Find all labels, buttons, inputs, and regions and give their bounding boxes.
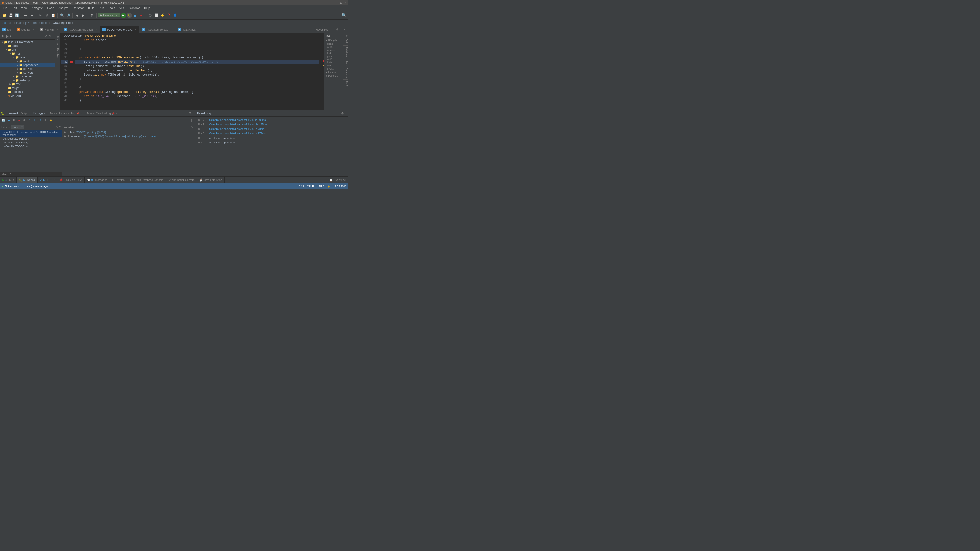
tab-debugger[interactable]: Debugger — [32, 111, 47, 116]
breadcrumb-main[interactable]: main — [16, 21, 22, 25]
tree-item-idea[interactable]: ▶ 📁 .idea — [0, 44, 55, 48]
debug-more-btn[interactable]: ⋮ — [189, 118, 194, 123]
resume-btn[interactable]: ▶ — [6, 118, 11, 123]
toolbar-build-tasks[interactable]: ⚙ — [89, 13, 95, 18]
tab-output[interactable]: Output — [19, 111, 30, 116]
tab-todoservice[interactable]: J TODOService.java ✕ — [139, 26, 175, 33]
graph-db-tab[interactable]: Graph Database — [343, 59, 348, 79]
tab-todo[interactable]: J TODO.java ✕ — [175, 26, 203, 33]
toolbar-copy[interactable]: ⎘ — [44, 13, 50, 18]
breadcrumb-file[interactable]: TODORepository — [51, 21, 73, 25]
tab-todo-close[interactable]: ✕ — [198, 28, 200, 31]
bottom-tab-java-enterprise[interactable]: ☕ Java Enterprise — [197, 176, 224, 183]
tab-tomcat-catalina-pin[interactable]: 📌 — [112, 113, 115, 115]
frame-row-2[interactable]: getUsersTodoList:13,... — [0, 141, 62, 144]
debug-minimize-icon[interactable]: _ — [192, 112, 194, 115]
sidebar-layout-icon[interactable]: ⊞ — [49, 35, 51, 38]
maven-deploy[interactable]: depl... — [325, 67, 342, 70]
tree-item-main[interactable]: ▼ 📁 main — [0, 52, 55, 56]
debug-settings-icon[interactable]: ⚙ — [189, 112, 191, 115]
status-position[interactable]: 32:1 — [299, 185, 304, 188]
frame-row-1[interactable]: getTodos:22, TODOR... — [0, 137, 62, 141]
tab-test[interactable]: J test — [0, 26, 14, 33]
tree-item-tododata[interactable]: ▶ 📁 tododata — [0, 90, 55, 94]
step-out-btn[interactable]: ⬆ — [38, 118, 43, 123]
bottom-tab-messages[interactable]: 💬 0 : Messages — [85, 176, 110, 183]
toolbar-redo[interactable]: ↪ — [29, 13, 35, 18]
status-linesep[interactable]: CRLF — [307, 185, 314, 188]
maven-validate[interactable]: valid... — [325, 45, 342, 49]
tab-tomcat-local[interactable]: Tomcat Localhost Log 📌 ✕ — [48, 111, 84, 116]
maven-compile[interactable]: compi... — [325, 49, 342, 52]
menu-vcs[interactable]: VCS — [118, 6, 127, 10]
menu-view[interactable]: View — [19, 6, 29, 10]
tree-item-test[interactable]: ▼ 📁 test C:\Projects\test — [0, 40, 55, 44]
menu-analyze[interactable]: Analyze — [56, 6, 71, 10]
tab-tomcat-catalina[interactable]: Tomcat Catalina Log 📌 ✕ — [85, 111, 119, 116]
pause-btn[interactable]: ⏸ — [11, 118, 16, 123]
tab-todorepository-close[interactable]: ✕ — [135, 28, 137, 31]
menu-navigate[interactable]: Navigate — [30, 6, 45, 10]
toolbar-help[interactable]: ❓ — [166, 13, 172, 18]
minimize-btn[interactable]: ─ — [336, 1, 339, 4]
sidebar-settings-icon[interactable]: ⚙ — [45, 35, 48, 38]
frame-settings[interactable]: ⚙ — [56, 125, 59, 129]
toolbar-user[interactable]: 👤 — [172, 13, 178, 18]
var-expand-this[interactable]: ▶ — [64, 130, 66, 134]
log-msg-1[interactable]: Compilation completed successfully in 11… — [209, 123, 267, 126]
menu-tools[interactable]: Tools — [107, 6, 117, 10]
var-row-this[interactable]: ▶ this = {TODORepository@3091} — [62, 130, 195, 134]
debug-button[interactable]: 🐛 — [127, 13, 132, 18]
editor-bc-class[interactable]: TODORepository — [62, 34, 82, 37]
step-into-btn[interactable]: ⬇ — [33, 118, 37, 123]
maven-dependencies[interactable]: ▶Depend... — [325, 74, 342, 78]
tab-todorepository[interactable]: J TODORepository.java ✕ — [100, 26, 140, 33]
toolbar-find2[interactable]: 🔎 — [65, 13, 71, 18]
tab-tomcat-local-pin[interactable]: 📌 — [76, 113, 79, 115]
toolbar-search-everywhere[interactable]: 🔍 — [341, 13, 347, 18]
menu-code[interactable]: Code — [45, 6, 56, 10]
log-msg-0[interactable]: Compilation completed successfully in 4s… — [209, 118, 266, 121]
tab-todojsp[interactable]: J todo.jsp ✕ — [14, 26, 38, 33]
database-tab[interactable]: Database — [343, 46, 348, 59]
toolbar-forward[interactable]: ▶ — [80, 13, 86, 18]
run-button[interactable]: ▶ — [121, 13, 126, 18]
toolbar-more2[interactable]: ⬜ — [154, 13, 159, 18]
structure-icon[interactable]: Structure — [56, 34, 59, 47]
event-log-minimize[interactable]: _ — [345, 112, 347, 115]
frame-row-3[interactable]: doGet:19, TODOCont... — [0, 144, 62, 148]
breadcrumb-test[interactable]: test — [2, 21, 6, 25]
editor-bc-method[interactable]: extractTODOFromScanner() — [85, 34, 118, 37]
tree-item-src[interactable]: ▼ 📁 src — [0, 48, 55, 52]
log-msg-3[interactable]: Compilation completed successfully in 1s… — [209, 132, 266, 135]
tab-tomcat-local-close[interactable]: ✕ — [80, 113, 82, 115]
tab-panel-close[interactable]: ✕ — [341, 26, 348, 33]
var-view-scanner[interactable]: View — [151, 135, 156, 138]
frame-row-0[interactable]: extractTODOFromScanner:32, TODORepositor… — [0, 130, 62, 137]
toolbar-back[interactable]: ◀ — [74, 13, 80, 18]
restart-btn[interactable]: 🔄 — [1, 118, 6, 123]
evaluate-btn[interactable]: ⚡ — [48, 118, 53, 123]
maven-package[interactable]: pack... — [325, 55, 342, 58]
bottom-tab-app-servers[interactable]: ⚙ Application Servers — [166, 176, 197, 183]
bottom-tab-debug[interactable]: 🐛 5 : Debug — [16, 176, 38, 183]
menu-edit[interactable]: Edit — [10, 6, 19, 10]
favorites-icon[interactable]: Favorites — [56, 47, 59, 59]
tree-item-resources[interactable]: ▶ 📁 resources — [0, 75, 55, 78]
maven-site[interactable]: site — [325, 64, 342, 67]
sidebar-sort-icon[interactable]: ↕ — [52, 35, 53, 38]
status-encoding[interactable]: UTF-8 — [317, 185, 324, 188]
tab-todocontroller-close[interactable]: ✕ — [95, 28, 97, 31]
breadcrumb-java[interactable]: java — [25, 21, 30, 25]
tab-tomcat-catalina-close[interactable]: ✕ — [115, 113, 117, 115]
tab-webxml[interactable]: X web.xml ✕ — [37, 26, 61, 33]
maven-toggle[interactable]: Maven Proj... — [313, 26, 334, 33]
toolbar-sync[interactable]: 🔄 — [14, 13, 20, 18]
maven-test[interactable]: test — [325, 52, 342, 55]
tree-item-repositories[interactable]: ▶ 📁 repositories — [0, 63, 55, 67]
code-content[interactable]: return items; } private void extractTODO… — [73, 38, 321, 110]
toolbar-more1[interactable]: ⬡ — [147, 13, 153, 18]
ant-build-tab[interactable]: Ant Build — [343, 33, 348, 46]
tree-item-servlets[interactable]: ▶ 📁 servlets — [0, 71, 55, 75]
lock-icon[interactable]: 🔒 — [327, 185, 331, 188]
